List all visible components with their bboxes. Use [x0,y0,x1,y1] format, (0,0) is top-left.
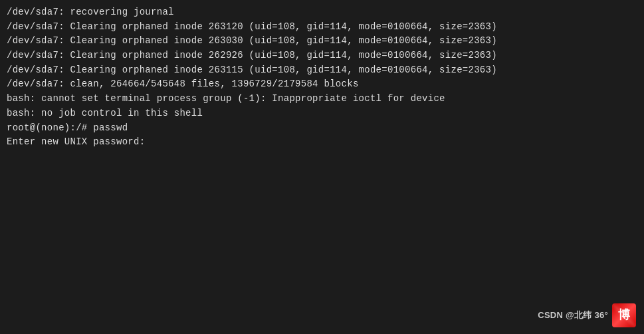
watermark: CSDN @北纬 36° [538,303,636,327]
terminal-line: /dev/sda7: Clearing orphaned inode 26312… [7,20,637,35]
terminal-line: /dev/sda7: Clearing orphaned inode 26292… [7,49,637,63]
terminal-line: /dev/sda7: Clearing orphaned inode 26311… [7,63,637,78]
terminal-line: root@(none):/# passwd [7,121,637,136]
terminal-line: bash: cannot set terminal process group … [7,92,637,106]
watermark-logo [612,303,636,327]
terminal-line: Enter new UNIX password: [7,135,637,150]
watermark-logo-overlay [612,303,636,327]
terminal-window: /dev/sda7: recovering journal/dev/sda7: … [0,0,644,334]
terminal-line: /dev/sda7: recovering journal [7,5,637,20]
terminal-line: /dev/sda7: clean, 264664/545648 files, 1… [7,77,637,92]
watermark-text: CSDN @北纬 36° [538,309,608,322]
terminal-content: /dev/sda7: recovering journal/dev/sda7: … [7,5,637,150]
terminal-line: /dev/sda7: Clearing orphaned inode 26303… [7,34,637,49]
terminal-line: bash: no job control in this shell [7,106,637,121]
